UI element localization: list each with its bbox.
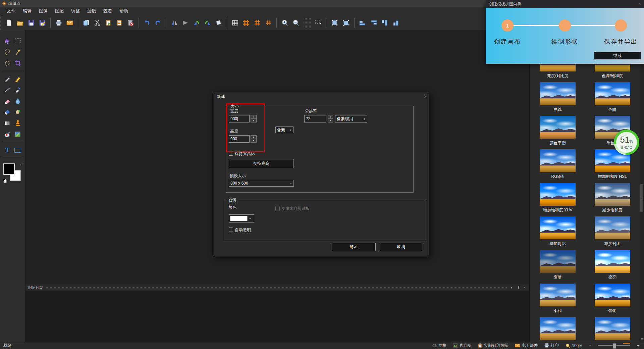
filter-thumbnail-item[interactable] xyxy=(530,317,585,342)
width-spin-down-icon[interactable]: ▼ xyxy=(251,119,257,122)
zoom-out-button[interactable] xyxy=(291,18,301,28)
undo-button[interactable] xyxy=(142,18,152,28)
status-email-button[interactable]: 电子邮件 xyxy=(515,343,538,348)
filters-scrollbar[interactable] xyxy=(640,30,644,342)
preset-size-dropdown[interactable]: 800 x 600 ▼ xyxy=(229,180,294,187)
filter-thumbnail-image[interactable] xyxy=(540,183,576,206)
line-tool[interactable] xyxy=(3,86,12,94)
height-spin-up-icon[interactable]: ▲ xyxy=(251,135,257,139)
paint-bucket-tool[interactable] xyxy=(3,108,12,116)
filter-thumbnail-item[interactable]: RGB值 xyxy=(530,149,585,183)
texture-tool[interactable] xyxy=(13,130,22,139)
text-tool[interactable]: T xyxy=(3,146,12,154)
dialog-close-icon[interactable]: × xyxy=(424,94,426,99)
wizard-step-3-circle[interactable] xyxy=(615,19,627,32)
foreground-color-swatch[interactable] xyxy=(3,163,15,175)
status-grid-toggle[interactable]: 网格 xyxy=(432,343,446,348)
layers-pin-icon[interactable] xyxy=(517,286,521,290)
align-top-button[interactable] xyxy=(369,18,379,28)
align-bottom-button[interactable] xyxy=(358,18,368,28)
filter-thumbnail-image[interactable] xyxy=(595,317,630,340)
fill-add-tool[interactable] xyxy=(13,108,22,116)
filter-thumbnail-image[interactable] xyxy=(540,250,576,273)
gradient-tool[interactable] xyxy=(3,119,12,128)
magic-wand-tool[interactable] xyxy=(13,48,22,56)
eraser-tool[interactable] xyxy=(3,97,12,105)
zoom-in-button[interactable] xyxy=(280,18,290,28)
menu-image[interactable]: 图像 xyxy=(39,8,48,14)
filter-thumbnail-item[interactable]: 颜色平衡 xyxy=(530,116,585,149)
keep-ratio-checkbox-box[interactable] xyxy=(229,151,233,156)
paint-palette-tool[interactable] xyxy=(3,130,12,139)
flip-vertical-button[interactable] xyxy=(180,18,191,28)
rectangle-shape-tool[interactable] xyxy=(13,146,22,154)
filter-thumbnail-image[interactable] xyxy=(540,216,576,239)
knife-tool[interactable] xyxy=(3,74,12,83)
ok-button[interactable]: 确定 xyxy=(331,243,376,251)
height-spin-down-icon[interactable]: ▼ xyxy=(251,139,257,143)
cut-button[interactable] xyxy=(92,18,102,28)
grid-large-button[interactable] xyxy=(241,18,251,28)
save-as-button[interactable] xyxy=(37,18,47,28)
copy-button[interactable] xyxy=(81,18,91,28)
background-color-dropdown[interactable]: ▼ xyxy=(229,214,254,222)
zoom-slider[interactable] xyxy=(598,343,630,348)
grid-medium-button[interactable] xyxy=(252,18,262,28)
flip-horizontal-button[interactable] xyxy=(169,18,179,28)
menu-adjust[interactable]: 调整 xyxy=(71,8,80,14)
transform-button[interactable] xyxy=(330,18,340,28)
filter-thumbnail-item[interactable]: 色阶 xyxy=(585,82,640,116)
filter-thumbnail-image[interactable] xyxy=(595,284,630,306)
status-print-button[interactable]: 打印 xyxy=(544,343,559,348)
layers-close-icon[interactable]: × xyxy=(523,286,526,289)
filter-thumbnail-item[interactable]: 减少对比 xyxy=(585,216,640,250)
blur-drop-tool[interactable] xyxy=(13,97,22,105)
unit-dropdown[interactable]: 像素 ▼ xyxy=(275,127,293,133)
filter-thumbnail-item[interactable]: 增加对比 xyxy=(530,216,585,250)
align-right-button[interactable] xyxy=(380,18,390,28)
auto-transparent-checkbox[interactable]: 自动透明 xyxy=(229,227,251,233)
menu-filter[interactable]: 滤镜 xyxy=(87,8,96,14)
resolution-spinner[interactable]: ▲ ▼ xyxy=(328,115,333,122)
layers-collapse-icon[interactable]: ▼ xyxy=(509,286,514,289)
align-center-button[interactable] xyxy=(391,18,401,28)
menu-view[interactable]: 查看 xyxy=(103,8,112,14)
layers-panel-body[interactable] xyxy=(25,291,529,342)
crop-tool[interactable] xyxy=(13,59,22,67)
filter-thumbnail-image[interactable] xyxy=(595,250,630,273)
filter-thumbnail-item[interactable]: 变亮 xyxy=(585,250,640,284)
filter-thumbnail-item[interactable]: 减少饱和度 xyxy=(585,183,640,216)
height-input[interactable]: 900 xyxy=(229,135,250,143)
rotate-right-button[interactable] xyxy=(203,18,213,28)
filter-thumbnail-item[interactable]: 柔和 xyxy=(530,284,585,317)
menu-edit[interactable]: 编辑 xyxy=(23,8,32,14)
stamp-tool[interactable] xyxy=(13,119,22,128)
new-button[interactable] xyxy=(4,18,14,28)
filter-thumbnail-image[interactable] xyxy=(540,317,576,340)
scroll-down-icon[interactable] xyxy=(641,338,643,340)
width-input[interactable]: 900 xyxy=(229,115,250,122)
filter-thumbnail-image[interactable] xyxy=(595,82,630,105)
temperature-gauge-widget[interactable]: 51% 41°C xyxy=(614,130,639,155)
delete-button[interactable] xyxy=(125,18,136,28)
wizard-step-1-circle[interactable]: 1 xyxy=(501,19,514,32)
dialog-title-bar[interactable]: 新建 × xyxy=(214,93,429,100)
open-button[interactable] xyxy=(15,18,25,28)
status-zoom-indicator[interactable]: 100% xyxy=(566,343,582,348)
menu-file[interactable]: 文件 xyxy=(7,8,15,14)
grid-button[interactable] xyxy=(230,18,240,28)
status-histogram-toggle[interactable]: 直方图 xyxy=(453,343,471,348)
wizard-title-bar[interactable]: 创建模板拼图向导 × xyxy=(486,0,644,8)
menu-help[interactable]: 帮助 xyxy=(119,8,128,14)
transform-handles-button[interactable] xyxy=(341,18,351,28)
status-copy-clipboard-button[interactable]: 复制到剪切板 xyxy=(478,343,508,348)
polygon-lasso-tool[interactable] xyxy=(3,59,12,67)
filter-thumbnail-item[interactable]: 曲线 xyxy=(530,82,585,116)
filter-thumbnail-item[interactable]: 增加饱和度 YUV xyxy=(530,183,585,216)
filter-thumbnail-image[interactable] xyxy=(540,149,576,172)
wizard-continue-button[interactable]: 继续 xyxy=(594,52,641,59)
width-spinner[interactable]: ▲ ▼ xyxy=(251,115,257,122)
filter-thumbnail-image[interactable] xyxy=(540,82,576,105)
resolution-spin-up-icon[interactable]: ▲ xyxy=(328,115,333,119)
pointer-tool[interactable] xyxy=(3,37,12,45)
